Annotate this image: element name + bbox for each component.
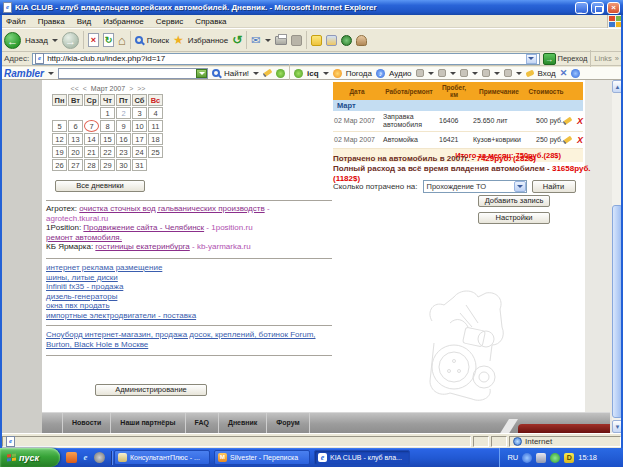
edit-icon[interactable] — [563, 136, 573, 144]
rambler-help-icon[interactable] — [571, 69, 580, 78]
restore-button[interactable] — [591, 2, 604, 14]
go-button[interactable]: → Переход — [543, 53, 588, 65]
calendar-day[interactable]: 16 — [116, 133, 131, 145]
calendar-day[interactable]: 22 — [100, 146, 115, 158]
weather-label[interactable]: Погода — [346, 69, 372, 78]
tray-volume-icon[interactable] — [522, 453, 532, 463]
refresh-icon[interactable]: ↻ — [103, 33, 114, 47]
menu-edit[interactable]: Правка — [32, 17, 71, 26]
calendar-day[interactable]: 9 — [116, 120, 131, 132]
find-button[interactable]: Найти — [532, 180, 576, 193]
back-icon[interactable]: ← — [4, 32, 21, 49]
folders-icon[interactable] — [326, 35, 337, 46]
ad-link[interactable]: очистка сточных вод гальванических произ… — [79, 204, 264, 213]
taskbar-task-consultant[interactable]: КонсультантПлюс - ... — [114, 450, 210, 465]
audio-label[interactable]: Аудио — [389, 69, 412, 78]
web-tool-icon[interactable] — [341, 35, 352, 46]
language-indicator[interactable]: RU — [507, 453, 518, 462]
rambler-extra-icon-2[interactable] — [438, 69, 446, 77]
login-key-icon[interactable] — [525, 69, 534, 77]
audio-icon[interactable]: ♪ — [376, 69, 385, 78]
login-label[interactable]: Вход — [538, 69, 556, 78]
calendar-day[interactable]: 14 — [84, 133, 99, 145]
home-icon[interactable]: ⌂ — [118, 34, 126, 47]
calendar-day[interactable]: 27 — [68, 159, 83, 171]
rambler-extra-icon-1[interactable] — [416, 69, 424, 77]
calendar-day[interactable]: 17 — [132, 133, 147, 145]
all-diaries-button[interactable]: Все дневники — [55, 180, 145, 192]
calendar-day[interactable]: 4 — [148, 107, 163, 119]
calendar-day[interactable]: 15 — [100, 133, 115, 145]
rambler-search-dropdown-icon[interactable] — [196, 69, 207, 78]
category-select[interactable]: Прохождение ТО — [423, 180, 527, 193]
search-label[interactable]: Поиск — [147, 36, 169, 45]
add-entry-button[interactable]: Добавить запись — [478, 195, 550, 207]
rambler-tools-icon[interactable]: ✕ — [560, 68, 568, 78]
calendar-day[interactable]: 19 — [52, 146, 67, 158]
menu-help[interactable]: Справка — [189, 17, 232, 26]
quick-launch-ie-icon[interactable]: e — [80, 452, 91, 463]
calendar-prev-icon[interactable]: < — [83, 85, 87, 92]
ad-link[interactable]: ремонт автомобиля. — [46, 233, 122, 242]
mail-icon[interactable]: ✉ — [251, 34, 260, 47]
favorites-star-icon[interactable]: ★ — [173, 34, 184, 46]
rambler-extra-icon-5[interactable] — [504, 69, 512, 77]
calendar-day[interactable]: 18 — [148, 133, 163, 145]
menu-favorites[interactable]: Избранное — [97, 17, 150, 26]
favorites-label[interactable]: Избранное — [188, 36, 229, 45]
calendar-day[interactable]: 20 — [68, 146, 83, 158]
nav-tab-faq[interactable]: FAQ — [186, 413, 219, 433]
calendar-day-selected[interactable]: 7 — [84, 120, 99, 132]
nav-tab-news[interactable]: Новости — [63, 413, 111, 433]
calendar-day[interactable]: 1 — [100, 107, 115, 119]
icq-label[interactable]: icq — [307, 69, 319, 78]
start-button[interactable]: пуск — [0, 448, 60, 467]
tray-download-icon[interactable]: D — [564, 453, 574, 463]
list-link[interactable]: окна пвх продать — [46, 301, 332, 311]
settings-button[interactable]: Настройки — [478, 212, 550, 224]
calendar-day[interactable]: 29 — [100, 159, 115, 171]
calendar-day[interactable]: 31 — [132, 159, 147, 171]
print-icon[interactable] — [275, 36, 287, 45]
messenger-icon[interactable] — [311, 35, 322, 46]
contacts-icon[interactable] — [356, 35, 367, 46]
icq-dropdown-icon[interactable] — [323, 72, 329, 75]
calendar-next-year-icon[interactable]: >> — [137, 85, 145, 92]
links-chevron-icon[interactable]: » — [615, 54, 619, 63]
calendar-day[interactable]: 11 — [148, 120, 163, 132]
list-link[interactable]: импортные электродвигатели - поставка — [46, 311, 332, 321]
address-dropdown-icon[interactable] — [526, 54, 537, 64]
taskbar-task-kiaclub[interactable]: e KIA CLUB - клуб вла... — [314, 450, 410, 465]
hands-icon[interactable] — [276, 69, 285, 78]
ad-link[interactable]: Продвижение сайта - Челябинск — [83, 223, 204, 232]
rambler-search-input[interactable] — [58, 68, 208, 79]
address-input[interactable]: e http://kia-club.ru/index.php?id=17 — [32, 53, 539, 65]
mail-dropdown-icon[interactable] — [265, 39, 271, 42]
quick-launch-icon-3[interactable] — [94, 452, 105, 463]
tray-shield-icon[interactable] — [536, 453, 546, 463]
list-link[interactable]: Infiniti fx35 - продажа — [46, 282, 332, 292]
snowboard-link[interactable]: Сноуборд интернет-магазин, продажа досок… — [46, 330, 332, 349]
menu-file[interactable]: Файл — [0, 17, 32, 26]
calendar-day[interactable]: 6 — [68, 120, 83, 132]
calendar-day[interactable]: 21 — [84, 146, 99, 158]
nav-tab-partners[interactable]: Наши партнёры — [111, 413, 185, 433]
rambler-find-label[interactable]: Найти! — [224, 69, 249, 78]
calendar-next-icon[interactable]: > — [129, 85, 133, 92]
quick-launch-icon-1[interactable] — [66, 452, 77, 463]
calendar-day[interactable]: 30 — [116, 159, 131, 171]
history-icon[interactable]: ↺ — [232, 33, 242, 47]
calendar-day[interactable]: 25 — [148, 146, 163, 158]
close-button[interactable]: × — [607, 2, 620, 14]
stop-icon[interactable]: × — [88, 33, 99, 47]
calendar-day[interactable]: 2 — [116, 107, 131, 119]
tray-green-icon[interactable] — [550, 453, 560, 463]
calendar-day[interactable]: 23 — [116, 146, 131, 158]
list-link[interactable]: шины, литые диски — [46, 273, 332, 283]
taskbar-task-mail[interactable]: M Silvester - Переписка — [214, 450, 310, 465]
back-label[interactable]: Назад — [25, 36, 48, 45]
rambler-find-dropdown-icon[interactable] — [253, 72, 259, 75]
calendar-day[interactable]: 28 — [84, 159, 99, 171]
edit-page-icon[interactable] — [291, 35, 302, 46]
weather-sun-icon[interactable] — [333, 69, 342, 78]
